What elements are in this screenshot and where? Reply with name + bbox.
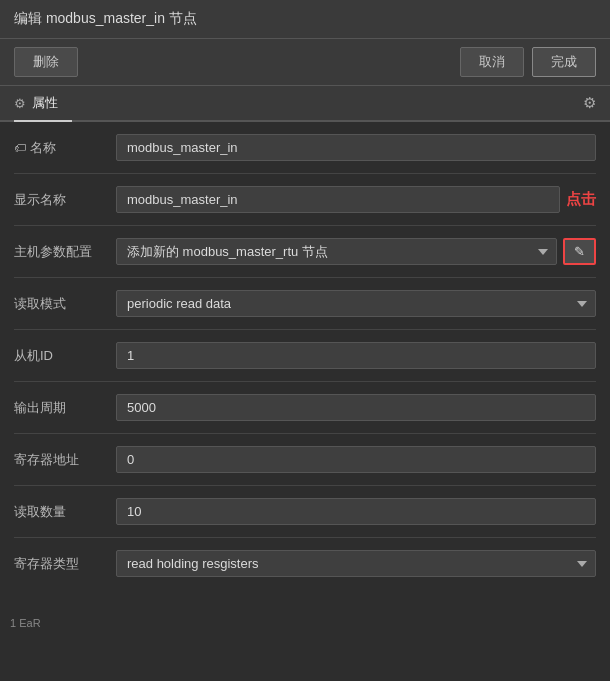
register-addr-input[interactable] [116,446,596,473]
field-display-name-label: 显示名称 [14,191,104,209]
field-slave-id-label: 从机ID [14,347,104,365]
cancel-button[interactable]: 取消 [460,47,524,77]
host-config-container: 添加新的 modbus_master_rtu 节点 ✎ [116,238,596,265]
field-read-mode-label: 读取模式 [14,295,104,313]
host-config-edit-button[interactable]: ✎ [563,238,596,265]
field-register-addr-label: 寄存器地址 [14,451,104,469]
slave-id-input[interactable] [116,342,596,369]
tag-icon: 🏷 [14,141,26,155]
tab-properties[interactable]: ⚙ 属性 [14,86,72,122]
field-output-period-label: 输出周期 [14,399,104,417]
field-host-config-label: 主机参数配置 [14,243,104,261]
bottom-text: 1 EaR [10,617,41,629]
page-header: 编辑 modbus_master_in 节点 [0,0,610,39]
toolbar-left: 删除 [14,47,78,77]
page-title: 编辑 modbus_master_in 节点 [14,10,197,28]
output-period-input[interactable] [116,394,596,421]
toolbar: 删除 取消 完成 [0,39,610,86]
display-name-input[interactable] [116,186,560,213]
field-register-addr-row: 寄存器地址 [14,434,596,486]
tab-label: 属性 [32,94,58,112]
page-container: 编辑 modbus_master_in 节点 删除 取消 完成 ⚙ 属性 ⚙ 🏷… [0,0,610,681]
toolbar-right: 取消 完成 [460,47,596,77]
name-input[interactable] [116,134,596,161]
field-read-count-row: 读取数量 [14,486,596,538]
tab-gear-icon: ⚙ [14,96,26,111]
tab-settings-gear-icon[interactable]: ⚙ [583,94,596,112]
field-name-row: 🏷 名称 [14,122,596,174]
delete-button[interactable]: 删除 [14,47,78,77]
tab-row: ⚙ 属性 ⚙ [0,86,610,122]
read-count-input[interactable] [116,498,596,525]
field-slave-id-row: 从机ID [14,330,596,382]
register-type-select[interactable]: read holding resgisters [116,550,596,577]
field-name-label: 🏷 名称 [14,139,104,157]
done-button[interactable]: 完成 [532,47,596,77]
edit-pencil-icon: ✎ [574,244,585,259]
field-read-mode-row: 读取模式 periodic read data [14,278,596,330]
host-config-select[interactable]: 添加新的 modbus_master_rtu 节点 [116,238,557,265]
display-name-container: 点击 [116,186,596,213]
click-hint-label: 点击 [566,190,596,209]
field-register-type-row: 寄存器类型 read holding resgisters [14,538,596,589]
field-register-type-label: 寄存器类型 [14,555,104,573]
bottom-area: 1 EaR [0,589,610,639]
field-host-config-row: 主机参数配置 添加新的 modbus_master_rtu 节点 ✎ [14,226,596,278]
field-read-count-label: 读取数量 [14,503,104,521]
read-mode-select[interactable]: periodic read data [116,290,596,317]
field-display-name-row: 显示名称 点击 [14,174,596,226]
field-output-period-row: 输出周期 [14,382,596,434]
form-area: 🏷 名称 显示名称 点击 主机参数配置 添加新的 modbus_master_r… [0,122,610,589]
